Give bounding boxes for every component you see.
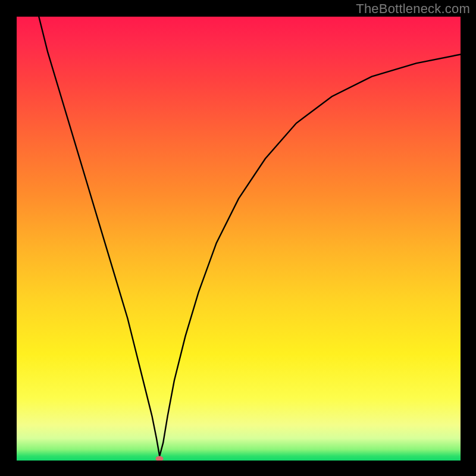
watermark-text: TheBottleneck.com <box>356 1 470 17</box>
plot-area <box>17 17 461 461</box>
bottleneck-curve <box>17 17 461 461</box>
chart-frame: TheBottleneck.com <box>0 0 476 476</box>
optimal-point-marker <box>156 456 164 461</box>
